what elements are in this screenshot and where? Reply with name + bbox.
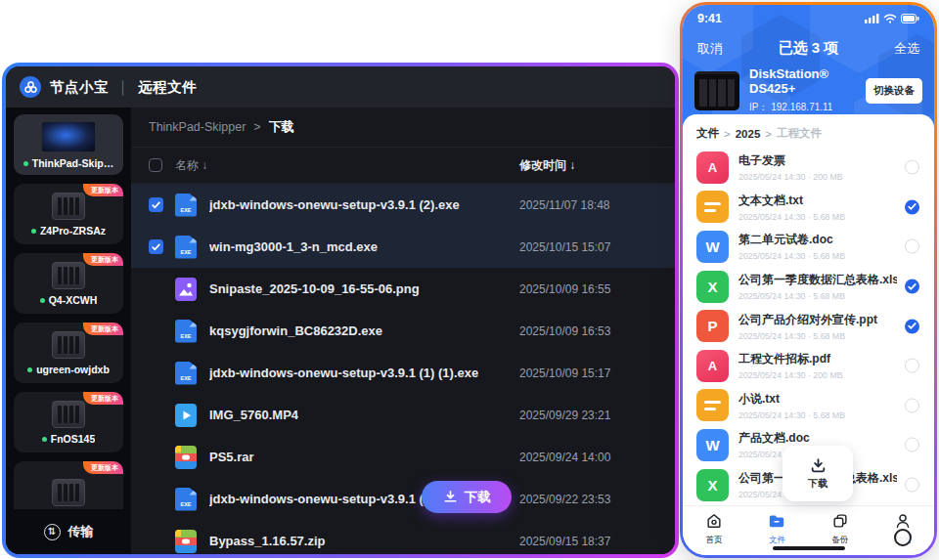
phone-file-item[interactable]: 文本文档.txt 2025/05/24 14:30 · 5.68 MB <box>696 188 920 228</box>
cancel-button[interactable]: 取消 <box>697 40 740 58</box>
touch-cursor-icon <box>894 529 912 546</box>
battery-icon <box>901 14 919 23</box>
breadcrumb-separator: > <box>724 128 731 140</box>
home-icon <box>705 512 723 532</box>
select-all-button[interactable]: 全选 <box>876 40 919 58</box>
exe-file-icon: EXE <box>175 320 197 343</box>
update-version-badge: 更新版本 <box>83 461 123 474</box>
selection-circle[interactable] <box>905 199 919 214</box>
ppt-file-icon: P <box>696 310 729 342</box>
selection-circle[interactable] <box>905 319 919 333</box>
selection-circle[interactable] <box>905 438 919 452</box>
file-name: 小说.txt <box>738 391 845 408</box>
phone-file-item[interactable]: W 第二单元试卷.doc 2025/05/24 14:30 · 5.68 MB <box>696 227 920 267</box>
update-version-badge: 更新版本 <box>83 323 123 335</box>
file-row[interactable]: EXE jdxb-windows-onewu-setup-v3.9.1 (2).… <box>131 184 675 226</box>
exe-file-icon: EXE <box>175 194 197 217</box>
page-title: 远程文件 <box>138 78 197 97</box>
file-row[interactable]: PS5.rar 2025/09/24 14:00 <box>131 436 675 478</box>
selection-circle[interactable] <box>905 280 919 294</box>
exe-file-icon: EXE <box>175 362 197 385</box>
file-name: PS5.rar <box>209 450 254 464</box>
file-row[interactable]: Bypass_1.16.57.zip 2025/09/15 18:37 <box>131 520 675 554</box>
phone-file-item[interactable]: X 公司第一季度数据汇总表格.xls 2025/05/24 14:30 · 5.… <box>696 267 920 307</box>
file-modified-time: 2025/09/24 14:00 <box>519 451 610 464</box>
file-row[interactable]: EXE win-mg3000-1_3-n_mcd.exe 2025/10/15 … <box>131 226 675 268</box>
name-column-header[interactable]: 名称 ↓ <box>175 157 207 174</box>
pdf-file-icon: A <box>696 151 729 184</box>
file-meta: 2025/05/24 14:30 · 5.68 MB <box>738 212 845 222</box>
file-meta: 2025/05/24 14:30 · 200 MB <box>738 172 843 182</box>
sidebar-device-card[interactable]: 更新版本 ugreen-owjdxb <box>14 323 123 383</box>
sidebar-device-card[interactable]: ThinkPad-Skip… <box>14 114 123 175</box>
file-name: IMG_5760.MP4 <box>209 408 298 422</box>
breadcrumb-separator: > <box>765 128 772 140</box>
device-name: ThinkPad-Skip… <box>32 157 113 169</box>
breadcrumb-parent[interactable]: ThinkPad-Skipper <box>149 120 246 134</box>
file-row[interactable]: Snipaste_2025-10-09_16-55-06.png 2025/10… <box>131 268 675 310</box>
phone-file-item[interactable]: A 电子发票 2025/05/24 14:30 · 200 MB <box>696 148 920 188</box>
check-icon <box>152 243 160 251</box>
select-all-checkbox[interactable] <box>149 158 162 172</box>
transfer-icon: ⇅ <box>44 524 61 540</box>
sidebar-device-card[interactable]: 更新版本 Q4-XCWH <box>14 253 123 314</box>
sidebar-item-transfer[interactable]: ⇅ 传输 <box>6 509 131 554</box>
phone-file-item[interactable]: P 公司产品介绍对外宣传.ppt 2025/05/24 14:30 · 5.68… <box>696 306 920 346</box>
selection-bar: 取消 已选 3 项 全选 <box>683 39 934 58</box>
breadcrumb-current: 下载 <box>269 118 294 136</box>
phone-breadcrumb-item[interactable]: 工程文件 <box>777 126 822 141</box>
file-name: win-mg3000-1_3-n_mcd.exe <box>209 239 378 254</box>
zip-file-icon <box>175 530 197 553</box>
file-modified-time: 2025/10/09 16:55 <box>519 282 610 296</box>
nas-device-image <box>694 71 739 110</box>
floating-download-button[interactable]: 下载 <box>782 446 853 501</box>
file-name: kqsygjforwin_BC86232D.exe <box>209 323 382 338</box>
device-name: Q4-XCWH <box>49 294 98 306</box>
file-row[interactable]: IMG_5760.MP4 2025/09/29 23:21 <box>131 394 675 436</box>
status-time: 9:41 <box>697 12 722 25</box>
screenshot-canvas: 节点小宝 │ 远程文件 ThinkPad-Skip… 更新版本 Z4Pro-ZR… <box>0 0 939 560</box>
folder-icon <box>768 512 785 532</box>
time-column-header[interactable]: 修改时间 ↓ <box>519 157 575 174</box>
tab-label: 备份 <box>831 535 848 546</box>
phone-breadcrumb-item[interactable]: 2025 <box>736 128 761 140</box>
device-sidebar: ThinkPad-Skip… 更新版本 Z4Pro-ZRSAz 更新版本 Q4-… <box>6 108 131 554</box>
selection-circle[interactable] <box>905 398 919 412</box>
phone-frame: 9:41 取消 <box>680 2 937 558</box>
file-name: 电子发票 <box>738 152 843 169</box>
sidebar-device-card[interactable]: 更新版本 FnOS145 <box>14 392 123 452</box>
file-row[interactable]: EXE kqsygjforwin_BC86232D.exe 2025/10/09… <box>131 310 675 352</box>
selection-circle[interactable] <box>905 160 919 175</box>
file-meta: 2025/05/24 14:30 · 200 MB <box>738 370 843 380</box>
xls-file-icon: X <box>696 469 729 501</box>
tab-首页[interactable]: 首页 <box>683 512 745 555</box>
tab-label: 文件 <box>769 535 785 546</box>
breadcrumb-separator: > <box>253 120 260 134</box>
home-indicator[interactable] <box>773 546 845 551</box>
file-row[interactable]: EXE jdxb-windows-onewu-setup-v3.9.1 (1) … <box>131 352 675 394</box>
file-modified-time: 2025/11/07 18:48 <box>519 198 610 212</box>
file-meta: 2025/05/24 14:30 · 5.68 MB <box>738 291 897 301</box>
sort-arrow-icon: ↓ <box>201 158 207 172</box>
selection-circle[interactable] <box>905 478 919 493</box>
wifi-icon <box>883 14 897 23</box>
selection-circle[interactable] <box>905 239 919 254</box>
exe-file-icon: EXE <box>175 488 197 511</box>
device-thumbnail <box>52 331 85 359</box>
phone-breadcrumb-item[interactable]: 文件 <box>696 126 719 141</box>
device-card: DiskStation® DS425+ IP： 192.168.71.11 切换… <box>694 66 922 114</box>
update-version-badge: 更新版本 <box>83 184 123 196</box>
download-button-label: 下载 <box>465 489 491 506</box>
sidebar-device-card[interactable]: 更新版本 Z4Pro-ZRSAz <box>14 184 123 244</box>
switch-device-button[interactable]: 切换设备 <box>866 78 922 104</box>
selection-circle[interactable] <box>905 359 919 373</box>
download-button[interactable]: 下载 <box>422 481 512 513</box>
png-file-icon <box>175 278 197 301</box>
doc-file-icon: W <box>696 429 729 461</box>
file-row[interactable]: EXE jdxb-windows-onewu-setup-v3.9.1 (1).… <box>131 478 675 520</box>
phone-file-item[interactable]: 小说.txt 2025/05/24 14:30 · 5.68 MB <box>696 386 920 426</box>
update-version-badge: 更新版本 <box>83 392 123 405</box>
phone-file-item[interactable]: A 工程文件招标.pdf 2025/05/24 14:30 · 200 MB <box>696 346 920 386</box>
row-checkbox[interactable] <box>149 239 163 254</box>
row-checkbox[interactable] <box>149 197 163 212</box>
